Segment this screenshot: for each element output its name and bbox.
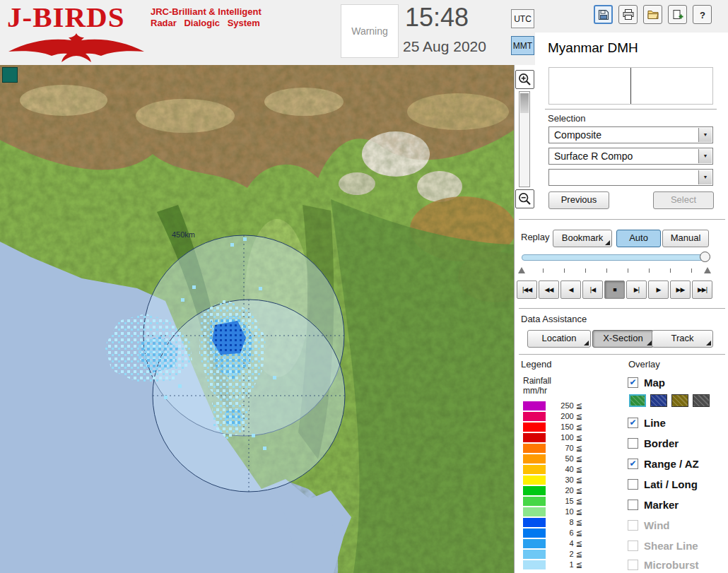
timeline-slider-thumb[interactable] [700, 252, 710, 262]
map-style-swatch-2[interactable] [650, 394, 667, 407]
overlay-item-map: ✔Map [628, 375, 665, 389]
legend-section-label: Legend [521, 359, 551, 370]
svg-text:?: ? [700, 9, 705, 20]
x-section-button[interactable]: X-Section [592, 330, 654, 348]
print-icon [622, 8, 635, 21]
separator [519, 354, 725, 355]
new-window-button[interactable] [668, 5, 687, 24]
skip-to-start-button[interactable]: |◀◀ [517, 280, 537, 299]
map-style-swatch-1[interactable] [629, 394, 646, 407]
separator [519, 219, 725, 220]
new-window-icon [671, 8, 684, 21]
play-forward-button[interactable]: ▶ [648, 280, 669, 299]
legend-row-15: 15 ≦ [523, 496, 601, 507]
zoom-slider[interactable] [519, 91, 530, 187]
timeline-slider[interactable] [522, 254, 708, 261]
map-style-swatch-4[interactable] [693, 394, 710, 407]
checkbox-map[interactable]: ✔ [628, 377, 638, 388]
replay-manual-button[interactable]: Manual [662, 230, 709, 247]
legend-color-swatch [523, 518, 546, 527]
legend-value: 200 ≦ [548, 412, 582, 421]
legend-color-swatch [523, 454, 546, 463]
track-button[interactable]: Track [652, 330, 713, 348]
skip-to-end-button[interactable]: ▶▶| [692, 280, 712, 299]
timeline-start-marker[interactable] [518, 267, 525, 273]
open-folder-button[interactable] [643, 5, 662, 24]
play-backward-button[interactable]: ◀ [560, 280, 581, 299]
legend-value: 150 ≦ [548, 423, 582, 432]
checkbox-range-az[interactable]: ✔ [628, 459, 638, 469]
timezone-utc-button[interactable]: UTC [511, 9, 534, 28]
timeline-tick [564, 268, 565, 273]
step-forward-button[interactable]: ▶| [626, 280, 647, 299]
product-info-divider [630, 68, 631, 104]
overlay-item-border: Border [628, 436, 679, 450]
legend-color-swatch [523, 560, 546, 569]
location-button[interactable]: Location [527, 330, 591, 348]
legend-row-6: 6 ≦ [523, 528, 601, 538]
select-button[interactable]: Select [653, 191, 714, 209]
checkbox-shear-line[interactable] [628, 540, 638, 551]
overlay-label-shear-line: Shear Line [644, 540, 698, 552]
overlay-label-wind: Wind [644, 519, 670, 531]
help-button[interactable]: ? [693, 5, 712, 24]
timezone-mmt-button[interactable]: MMT [511, 36, 534, 55]
chevron-down-icon[interactable]: ▼ [698, 128, 712, 142]
legend-row-40: 40 ≦ [523, 464, 601, 475]
fast-backward-button[interactable]: ◀◀ [539, 280, 559, 299]
overlay-item-shear-line: Shear Line [628, 538, 698, 553]
checkbox-microburst[interactable] [628, 560, 638, 570]
map-viewport[interactable]: 450km [0, 65, 514, 573]
fast-forward-button[interactable]: ▶▶ [670, 280, 691, 299]
legend-color-swatch [523, 475, 546, 485]
replay-auto-button[interactable]: Auto [616, 230, 661, 247]
warning-button[interactable]: Warning [341, 4, 399, 58]
legend-color-swatch [523, 486, 546, 495]
map-style-swatch-3[interactable] [671, 394, 688, 407]
chevron-down-icon[interactable]: ▼ [698, 170, 712, 184]
checkbox-marker[interactable] [628, 500, 638, 510]
timeline-tick [585, 268, 586, 273]
zoom-in-button[interactable] [515, 70, 534, 89]
composite-dropdown[interactable]: Composite ▼ [548, 126, 713, 143]
overlay-item-wind: Wind [628, 518, 670, 532]
checkbox-lati-long[interactable] [628, 479, 638, 490]
stop-button[interactable]: ■ [604, 280, 625, 299]
header-bar: J-BIRDS JRC-Brilliant & Intelligent Rada… [0, 0, 728, 66]
map-style-swatches [629, 394, 714, 407]
checkbox-border[interactable] [628, 438, 638, 449]
overlay-label-lati-long: Lati / Long [644, 478, 698, 490]
legend-value: 8 ≦ [548, 518, 582, 527]
open-folder-icon [647, 8, 659, 21]
radar-map-image [0, 65, 514, 573]
step-backward-button[interactable]: |◀ [582, 280, 603, 299]
overlay-item-marker: Marker [628, 497, 679, 512]
station-panel: Myanmar DMH [535, 33, 728, 65]
legend-color-swatch [523, 528, 546, 538]
legend-value: 2 ≦ [548, 550, 582, 559]
checkbox-wind[interactable] [628, 520, 638, 531]
replay-section-label: Replay [521, 232, 549, 242]
map-corner-tool-button[interactable] [2, 67, 18, 83]
legend-color-swatch [523, 401, 546, 410]
legend-unit-label: mm/hr [523, 386, 547, 396]
chevron-down-icon[interactable]: ▼ [698, 149, 712, 163]
legend-color-swatch [523, 423, 546, 432]
previous-button[interactable]: Previous [548, 191, 609, 209]
legend-value: 70 ≦ [548, 444, 582, 453]
zoom-in-icon [517, 72, 532, 87]
legend-value: 6 ≦ [548, 528, 582, 538]
app-logo-title: J-BIRDS [7, 0, 124, 34]
legend-series-label: Rainfall [523, 376, 551, 386]
product-info-box [548, 67, 713, 105]
product-dropdown[interactable]: Surface R Compo ▼ [548, 148, 713, 165]
checkbox-line[interactable]: ✔ [628, 418, 638, 428]
print-button[interactable] [618, 5, 638, 24]
zoom-out-button[interactable] [515, 189, 534, 208]
legend-row-250: 250 ≦ [523, 401, 601, 411]
save-button[interactable] [594, 5, 613, 24]
timeline-end-marker[interactable] [704, 267, 711, 273]
sub-product-dropdown[interactable]: ▼ [548, 169, 713, 186]
zoom-slider-thumb[interactable] [520, 93, 529, 113]
bookmark-button[interactable]: Bookmark [553, 230, 612, 247]
